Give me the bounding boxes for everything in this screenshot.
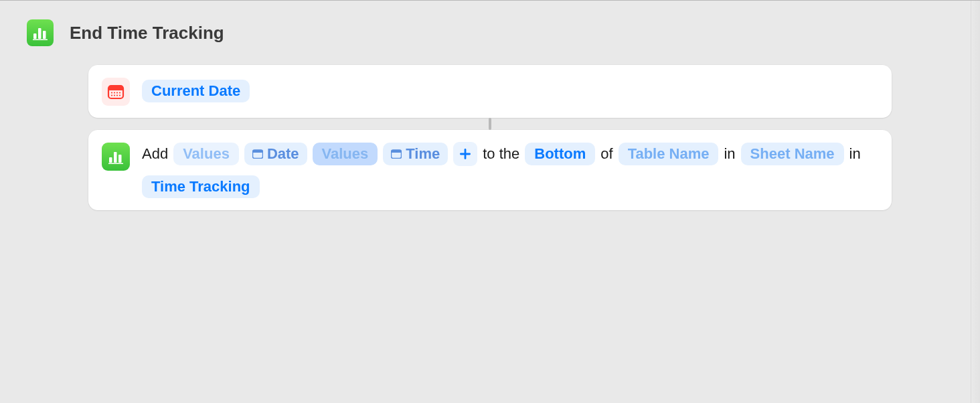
svg-rect-2 bbox=[43, 31, 46, 39]
time-variable-token[interactable]: Time bbox=[383, 143, 448, 165]
numbers-app-icon bbox=[102, 143, 130, 171]
header: End Time Tracking bbox=[0, 1, 980, 65]
svg-rect-18 bbox=[108, 163, 123, 165]
connector bbox=[489, 118, 491, 130]
action-content: Current Date bbox=[142, 77, 250, 105]
static-text-in: in bbox=[724, 145, 735, 163]
token-current-date[interactable]: Current Date bbox=[142, 80, 250, 102]
token-label: Date bbox=[267, 145, 299, 163]
action-content: Add Values Date Values Time bbox=[142, 142, 878, 198]
bars-icon bbox=[32, 25, 48, 41]
position-token[interactable]: Bottom bbox=[525, 143, 595, 165]
document-token[interactable]: Time Tracking bbox=[142, 175, 260, 198]
svg-point-11 bbox=[111, 94, 112, 96]
svg-rect-3 bbox=[33, 39, 48, 41]
values-placeholder-token[interactable]: Values bbox=[173, 143, 239, 165]
svg-rect-26 bbox=[460, 153, 471, 155]
static-text-tothe: to the bbox=[483, 145, 519, 163]
svg-point-13 bbox=[116, 94, 118, 96]
calendar-mini-icon bbox=[391, 149, 402, 159]
svg-point-10 bbox=[119, 92, 120, 93]
svg-rect-24 bbox=[392, 151, 402, 153]
svg-point-7 bbox=[111, 92, 112, 93]
values-placeholder-token-selected[interactable]: Values bbox=[313, 143, 378, 165]
token-label: Time bbox=[406, 145, 440, 163]
svg-rect-17 bbox=[118, 155, 122, 163]
svg-point-8 bbox=[114, 92, 115, 93]
svg-point-14 bbox=[119, 94, 120, 96]
static-text-of: of bbox=[600, 145, 612, 163]
calendar-mini-icon bbox=[252, 149, 263, 159]
svg-rect-1 bbox=[38, 28, 42, 39]
workflow-content: Current Date Add Values Date bbox=[0, 65, 980, 210]
action-card[interactable]: Add Values Date Values Time bbox=[88, 130, 892, 210]
plus-icon bbox=[459, 147, 472, 161]
action-card[interactable]: Current Date bbox=[88, 65, 892, 118]
svg-rect-21 bbox=[252, 151, 262, 153]
scrollbar-track[interactable] bbox=[971, 1, 980, 403]
svg-point-12 bbox=[114, 94, 115, 96]
numbers-app-icon bbox=[27, 19, 54, 46]
table-name-token[interactable]: Table Name bbox=[619, 143, 719, 165]
calendar-icon bbox=[102, 78, 130, 106]
add-value-button[interactable] bbox=[453, 142, 477, 166]
svg-rect-0 bbox=[33, 33, 37, 39]
shortcut-title[interactable]: End Time Tracking bbox=[70, 23, 224, 44]
date-variable-token[interactable]: Date bbox=[244, 143, 307, 165]
static-text-add: Add bbox=[142, 145, 168, 163]
svg-point-9 bbox=[116, 92, 118, 93]
svg-rect-15 bbox=[109, 157, 112, 163]
bars-icon bbox=[108, 149, 124, 165]
static-text-in2: in bbox=[849, 145, 861, 163]
svg-rect-16 bbox=[114, 152, 117, 163]
svg-rect-6 bbox=[108, 88, 123, 90]
sheet-name-token[interactable]: Sheet Name bbox=[741, 143, 844, 165]
